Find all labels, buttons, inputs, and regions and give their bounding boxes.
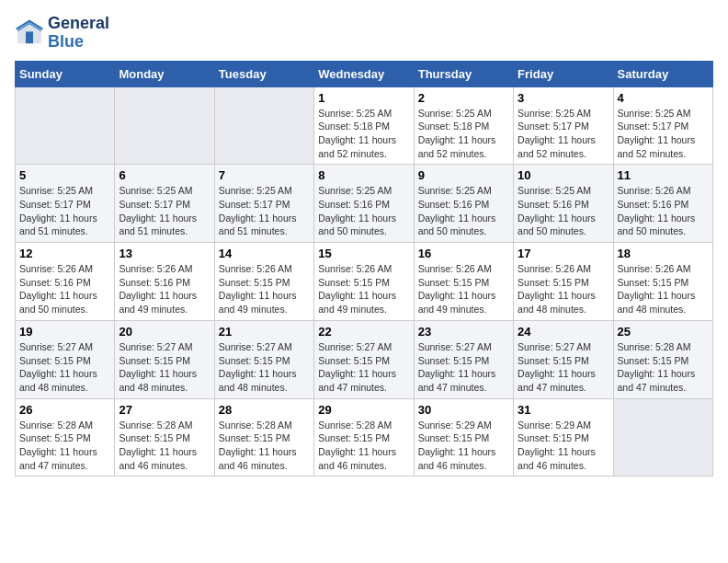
calendar-cell	[115, 86, 214, 165]
day-info: Sunrise: 5:25 AMSunset: 5:18 PMDaylight:…	[418, 107, 509, 161]
calendar-header-friday: Friday	[514, 61, 613, 86]
calendar-cell: 27Sunrise: 5:28 AMSunset: 5:15 PMDayligh…	[115, 398, 214, 477]
calendar-cell: 15Sunrise: 5:26 AMSunset: 5:15 PMDayligh…	[314, 243, 414, 321]
calendar-cell: 31Sunrise: 5:29 AMSunset: 5:15 PMDayligh…	[514, 398, 613, 477]
calendar-header-monday: Monday	[115, 61, 214, 86]
calendar-cell: 3Sunrise: 5:25 AMSunset: 5:17 PMDaylight…	[514, 86, 613, 165]
day-number: 1	[318, 91, 409, 105]
day-number: 26	[19, 403, 110, 417]
logo: General Blue	[15, 15, 109, 52]
day-number: 21	[219, 325, 310, 339]
calendar-cell: 9Sunrise: 5:25 AMSunset: 5:16 PMDaylight…	[414, 165, 513, 243]
day-number: 30	[418, 403, 509, 417]
calendar-week-2: 5Sunrise: 5:25 AMSunset: 5:17 PMDaylight…	[16, 165, 713, 243]
calendar-cell: 12Sunrise: 5:26 AMSunset: 5:16 PMDayligh…	[16, 243, 115, 321]
calendar-cell: 23Sunrise: 5:27 AMSunset: 5:15 PMDayligh…	[414, 320, 513, 398]
calendar-cell	[214, 86, 313, 165]
calendar-cell: 18Sunrise: 5:26 AMSunset: 5:15 PMDayligh…	[613, 243, 712, 321]
day-info: Sunrise: 5:25 AMSunset: 5:16 PMDaylight:…	[518, 184, 609, 238]
day-number: 24	[518, 325, 609, 339]
calendar-cell: 25Sunrise: 5:28 AMSunset: 5:15 PMDayligh…	[613, 320, 712, 398]
day-number: 3	[518, 91, 609, 105]
day-number: 12	[19, 247, 110, 260]
day-number: 14	[219, 247, 310, 260]
day-number: 28	[219, 403, 310, 417]
day-info: Sunrise: 5:28 AMSunset: 5:15 PMDaylight:…	[219, 419, 310, 473]
calendar-cell	[16, 86, 115, 165]
day-info: Sunrise: 5:26 AMSunset: 5:16 PMDaylight:…	[119, 262, 210, 316]
calendar-cell: 20Sunrise: 5:27 AMSunset: 5:15 PMDayligh…	[115, 320, 214, 398]
day-info: Sunrise: 5:26 AMSunset: 5:16 PMDaylight:…	[618, 184, 709, 238]
day-info: Sunrise: 5:28 AMSunset: 5:15 PMDaylight:…	[318, 419, 409, 473]
calendar-header-saturday: Saturday	[613, 61, 712, 86]
day-info: Sunrise: 5:25 AMSunset: 5:17 PMDaylight:…	[119, 184, 210, 238]
calendar-header-sunday: Sunday	[16, 61, 115, 86]
calendar-cell: 6Sunrise: 5:25 AMSunset: 5:17 PMDaylight…	[115, 165, 214, 243]
calendar-cell: 10Sunrise: 5:25 AMSunset: 5:16 PMDayligh…	[514, 165, 613, 243]
day-number: 29	[318, 403, 409, 417]
calendar-cell: 11Sunrise: 5:26 AMSunset: 5:16 PMDayligh…	[613, 165, 712, 243]
day-info: Sunrise: 5:29 AMSunset: 5:15 PMDaylight:…	[518, 419, 609, 473]
day-number: 10	[518, 168, 609, 182]
day-info: Sunrise: 5:25 AMSunset: 5:16 PMDaylight:…	[418, 184, 509, 238]
calendar-cell: 28Sunrise: 5:28 AMSunset: 5:15 PMDayligh…	[214, 398, 313, 477]
day-number: 15	[318, 247, 409, 260]
day-number: 22	[318, 325, 409, 339]
day-info: Sunrise: 5:26 AMSunset: 5:15 PMDaylight:…	[318, 262, 409, 316]
day-info: Sunrise: 5:28 AMSunset: 5:15 PMDaylight:…	[19, 419, 110, 473]
day-number: 7	[219, 168, 310, 182]
day-number: 27	[119, 403, 210, 417]
day-number: 23	[418, 325, 509, 339]
calendar-cell: 24Sunrise: 5:27 AMSunset: 5:15 PMDayligh…	[514, 320, 613, 398]
logo-icon	[15, 18, 44, 48]
day-number: 17	[518, 247, 609, 260]
day-number: 18	[618, 247, 709, 260]
day-info: Sunrise: 5:28 AMSunset: 5:15 PMDaylight:…	[618, 340, 709, 395]
calendar-cell: 5Sunrise: 5:25 AMSunset: 5:17 PMDaylight…	[16, 165, 115, 243]
calendar-cell: 29Sunrise: 5:28 AMSunset: 5:15 PMDayligh…	[314, 398, 414, 477]
day-number: 19	[19, 325, 110, 339]
calendar-cell: 19Sunrise: 5:27 AMSunset: 5:15 PMDayligh…	[16, 320, 115, 398]
day-number: 20	[119, 325, 210, 339]
calendar-week-4: 19Sunrise: 5:27 AMSunset: 5:15 PMDayligh…	[16, 320, 713, 398]
day-info: Sunrise: 5:25 AMSunset: 5:17 PMDaylight:…	[19, 184, 110, 238]
day-number: 25	[618, 325, 709, 339]
day-info: Sunrise: 5:26 AMSunset: 5:16 PMDaylight:…	[19, 262, 110, 316]
calendar-week-5: 26Sunrise: 5:28 AMSunset: 5:15 PMDayligh…	[16, 398, 713, 477]
day-info: Sunrise: 5:27 AMSunset: 5:15 PMDaylight:…	[318, 340, 409, 395]
day-info: Sunrise: 5:26 AMSunset: 5:15 PMDaylight:…	[618, 262, 709, 316]
calendar-cell	[613, 398, 712, 477]
day-number: 13	[119, 247, 210, 260]
calendar-header-wednesday: Wednesday	[314, 61, 414, 86]
day-info: Sunrise: 5:25 AMSunset: 5:18 PMDaylight:…	[318, 107, 409, 161]
day-info: Sunrise: 5:27 AMSunset: 5:15 PMDaylight:…	[418, 340, 509, 395]
day-info: Sunrise: 5:29 AMSunset: 5:15 PMDaylight:…	[418, 419, 509, 473]
calendar-cell: 26Sunrise: 5:28 AMSunset: 5:15 PMDayligh…	[16, 398, 115, 477]
day-number: 2	[418, 91, 509, 105]
calendar-cell: 1Sunrise: 5:25 AMSunset: 5:18 PMDaylight…	[314, 86, 414, 165]
calendar-cell: 22Sunrise: 5:27 AMSunset: 5:15 PMDayligh…	[314, 320, 414, 398]
page-header: General Blue	[15, 15, 713, 52]
day-info: Sunrise: 5:27 AMSunset: 5:15 PMDaylight:…	[119, 340, 210, 395]
calendar-cell: 8Sunrise: 5:25 AMSunset: 5:16 PMDaylight…	[314, 165, 414, 243]
logo-text: General Blue	[48, 15, 109, 52]
day-number: 31	[518, 403, 609, 417]
day-info: Sunrise: 5:26 AMSunset: 5:15 PMDaylight:…	[518, 262, 609, 316]
calendar: SundayMondayTuesdayWednesdayThursdayFrid…	[15, 61, 713, 477]
calendar-cell: 2Sunrise: 5:25 AMSunset: 5:18 PMDaylight…	[414, 86, 513, 165]
day-info: Sunrise: 5:25 AMSunset: 5:17 PMDaylight:…	[618, 107, 709, 161]
day-info: Sunrise: 5:26 AMSunset: 5:15 PMDaylight:…	[418, 262, 509, 316]
day-info: Sunrise: 5:26 AMSunset: 5:15 PMDaylight:…	[219, 262, 310, 316]
day-number: 8	[318, 168, 409, 182]
calendar-cell: 16Sunrise: 5:26 AMSunset: 5:15 PMDayligh…	[414, 243, 513, 321]
day-number: 4	[618, 91, 709, 105]
day-number: 11	[618, 168, 709, 182]
calendar-cell: 21Sunrise: 5:27 AMSunset: 5:15 PMDayligh…	[214, 320, 313, 398]
calendar-cell: 14Sunrise: 5:26 AMSunset: 5:15 PMDayligh…	[214, 243, 313, 321]
calendar-header-row: SundayMondayTuesdayWednesdayThursdayFrid…	[16, 61, 713, 86]
day-number: 6	[119, 168, 210, 182]
calendar-week-3: 12Sunrise: 5:26 AMSunset: 5:16 PMDayligh…	[16, 243, 713, 321]
day-number: 5	[19, 168, 110, 182]
day-number: 9	[418, 168, 509, 182]
day-info: Sunrise: 5:25 AMSunset: 5:17 PMDaylight:…	[518, 107, 609, 161]
